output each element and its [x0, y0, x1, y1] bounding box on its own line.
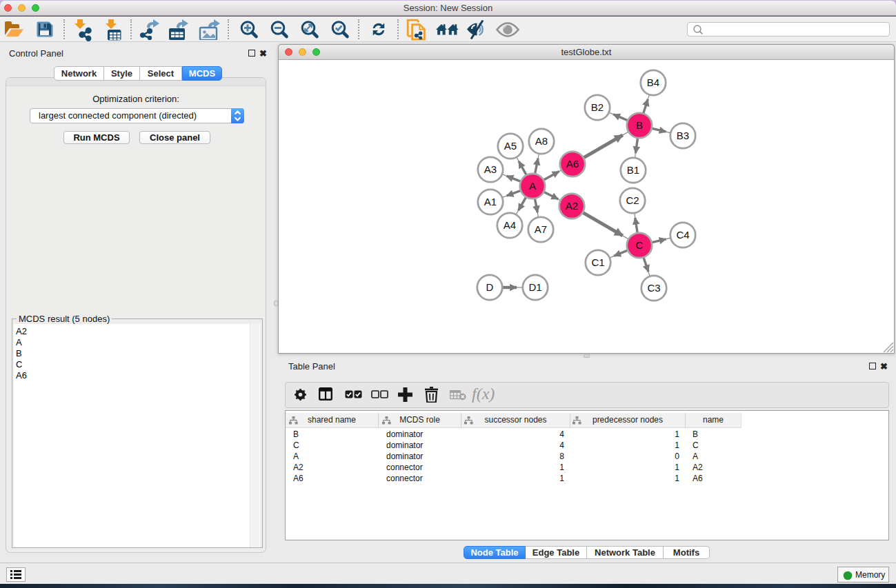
- svg-text:D: D: [486, 281, 494, 293]
- svg-text:B2: B2: [591, 101, 604, 113]
- svg-text:C4: C4: [676, 229, 689, 241]
- svg-text:A3: A3: [484, 163, 497, 175]
- svg-text:C2: C2: [626, 194, 639, 206]
- svg-text:A2: A2: [566, 200, 578, 212]
- svg-text:A5: A5: [504, 140, 517, 152]
- svg-text:A6: A6: [566, 158, 579, 170]
- svg-text:B4: B4: [647, 77, 659, 88]
- svg-text:D1: D1: [528, 281, 541, 293]
- svg-text:A4: A4: [504, 219, 516, 231]
- svg-text:C1: C1: [591, 256, 604, 268]
- svg-text:B1: B1: [627, 164, 639, 176]
- svg-text:A: A: [529, 180, 536, 192]
- svg-text:B: B: [636, 119, 643, 131]
- svg-text:A1: A1: [484, 196, 497, 207]
- svg-text:C3: C3: [647, 282, 660, 294]
- svg-text:A8: A8: [535, 135, 548, 147]
- svg-text:B3: B3: [677, 130, 689, 141]
- svg-text:C: C: [636, 239, 644, 251]
- svg-text:A7: A7: [535, 223, 547, 235]
